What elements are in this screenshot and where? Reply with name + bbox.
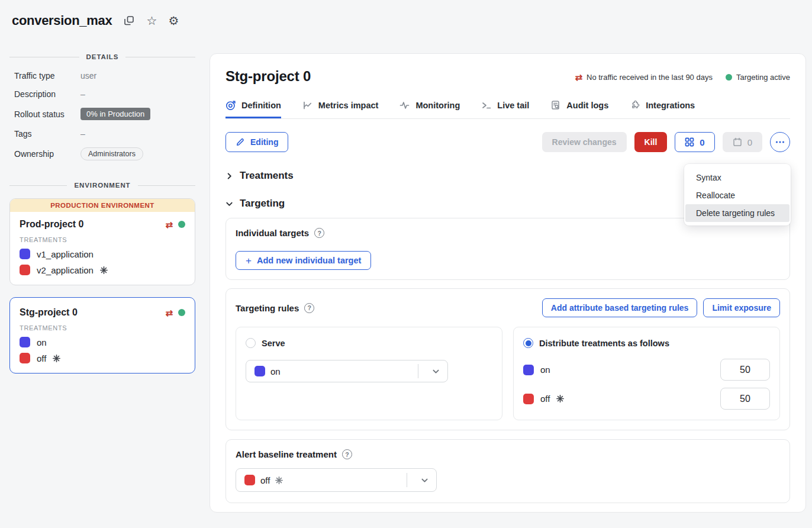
serve-treatment-select[interactable]: on — [246, 360, 448, 382]
baseline-asterisk-icon — [53, 355, 60, 362]
tab-live-tail[interactable]: Live tail — [481, 100, 529, 118]
rules-count-button[interactable]: 0 — [675, 132, 714, 152]
treatment-color-swatch — [523, 394, 534, 404]
treatment-row: v2_application — [20, 265, 185, 275]
treatment-color-swatch — [20, 249, 30, 259]
treatment-name: v2_application — [37, 265, 94, 275]
dropdown-divider — [407, 473, 407, 487]
chevron-down-icon[interactable] — [413, 476, 436, 485]
distribution-percent-input-on[interactable] — [720, 359, 770, 381]
distribute-radio[interactable] — [523, 338, 533, 348]
ownership-pill[interactable]: Administrators — [80, 147, 143, 160]
tab-label: Monitoring — [415, 101, 460, 110]
distribution-percent-input-off[interactable] — [720, 388, 770, 410]
treatment-color-swatch — [523, 365, 534, 375]
limit-exposure-button[interactable]: Limit exposure — [703, 298, 780, 317]
target-icon — [225, 100, 236, 111]
star-icon[interactable]: ☆ — [146, 15, 157, 27]
toolbar-right-group: Review changes Kill 0 — [542, 132, 790, 152]
panel-header: Stg-project 0 ⇄ No traffic received in t… — [225, 68, 790, 85]
help-icon[interactable]: ? — [304, 303, 314, 313]
tab-bar: Definition Metrics impact Monitoring — [225, 100, 790, 119]
schedule-count-button[interactable]: 0 — [723, 132, 762, 152]
help-icon[interactable]: ? — [314, 228, 324, 238]
env-card-title-row: Stg-project 0 ⇄ — [20, 307, 185, 318]
targeting-active-dot-icon — [178, 221, 185, 228]
editing-button[interactable]: Editing — [225, 132, 288, 152]
treatment-row: off — [20, 353, 185, 363]
env-card-icons: ⇄ — [165, 220, 185, 229]
review-changes-label: Review changes — [552, 137, 617, 147]
chevron-down-icon — [225, 200, 233, 208]
tab-monitoring[interactable]: Monitoring — [399, 100, 460, 118]
alert-baseline-card: Alert baseline treatment ? off — [225, 439, 790, 503]
tab-label: Definition — [241, 101, 281, 110]
baseline-asterisk-icon — [100, 266, 108, 274]
tab-label: Integrations — [646, 101, 695, 110]
tab-definition[interactable]: Definition — [225, 100, 281, 118]
toolbar: Editing Review changes Kill 0 — [225, 132, 790, 152]
line-chart-icon — [302, 100, 313, 111]
treatment-color-swatch — [20, 353, 30, 363]
menu-item-reallocate[interactable]: Reallocate — [685, 186, 790, 204]
add-individual-target-button[interactable]: + Add new individual target — [236, 251, 371, 270]
more-actions-button[interactable] — [770, 132, 790, 152]
distribute-option-card: Distribute treatments as follows on off — [513, 327, 780, 420]
gear-icon[interactable]: ⚙ — [168, 15, 179, 27]
help-icon[interactable]: ? — [342, 449, 352, 459]
grid-icon — [685, 137, 694, 147]
chevron-right-icon — [225, 172, 233, 180]
menu-item-syntax[interactable]: Syntax — [685, 169, 790, 186]
serve-radio-row[interactable]: Serve — [246, 338, 492, 348]
env-card-name: Stg-project 0 — [20, 307, 78, 318]
treatment-color-swatch — [254, 366, 265, 376]
treatment-color-swatch — [20, 337, 30, 347]
review-changes-button[interactable]: Review changes — [542, 132, 627, 152]
tab-label: Live tail — [497, 101, 529, 110]
serve-treatment-value: on — [270, 366, 281, 376]
tab-integrations[interactable]: Integrations — [630, 100, 695, 118]
baseline-asterisk-icon — [556, 395, 564, 403]
audit-log-icon — [550, 100, 561, 111]
targeting-active-dot-icon — [726, 74, 732, 81]
baseline-asterisk-icon — [275, 477, 283, 484]
environment-card-stg[interactable]: Stg-project 0 ⇄ TREATMENTS on off — [9, 297, 195, 374]
details-grid: Traffic type user Description – Rollout … — [14, 71, 195, 160]
menu-item-delete-targeting-rules[interactable]: Delete targeting rules — [685, 204, 790, 222]
targeting-rules-actions: Add attribute based targeting rules Limi… — [542, 298, 780, 317]
detail-label-ownership: Ownership — [14, 149, 80, 159]
alert-baseline-select[interactable]: off — [236, 468, 437, 492]
chevron-down-icon[interactable] — [424, 367, 447, 376]
distribute-radio-row[interactable]: Distribute treatments as follows — [523, 338, 770, 348]
tab-metrics-impact[interactable]: Metrics impact — [302, 100, 379, 118]
no-traffic-swap-icon: ⇄ — [165, 308, 173, 317]
add-attribute-rules-button[interactable]: Add attribute based targeting rules — [542, 298, 698, 317]
treatments-label: TREATMENTS — [20, 324, 185, 331]
plus-icon: + — [246, 256, 252, 266]
environment-card-prod[interactable]: PRODUCTION ENVIRONMENT Prod-project 0 ⇄ … — [9, 198, 195, 285]
serve-option-card: Serve on — [236, 327, 502, 420]
rollout-status-badge-wrap: 0% in Production — [80, 108, 195, 120]
serve-distribute-row: Serve on Distribute treatm — [236, 327, 780, 420]
pulse-icon — [399, 100, 410, 111]
kill-button[interactable]: Kill — [634, 132, 668, 152]
alert-baseline-value: off — [260, 475, 270, 485]
ownership-pill-wrap: Administrators — [80, 147, 195, 160]
details-header-label: DETAILS — [86, 53, 119, 60]
treatment-name: v1_application — [37, 249, 94, 259]
distribute-label: Distribute treatments as follows — [539, 339, 669, 348]
targeting-section-label: Targeting — [240, 198, 285, 210]
production-environment-banner: PRODUCTION ENVIRONMENT — [10, 199, 195, 212]
environment-detail-panel: Stg-project 0 ⇄ No traffic received in t… — [210, 53, 806, 513]
tab-audit-logs[interactable]: Audit logs — [550, 100, 608, 118]
distribution-row-on: on — [523, 359, 770, 381]
targeting-status-text: Targeting active — [736, 73, 790, 82]
rollout-status-badge: 0% in Production — [80, 108, 150, 120]
tab-label: Metrics impact — [318, 101, 379, 110]
copy-icon[interactable] — [123, 15, 135, 27]
detail-label-description: Description — [14, 89, 80, 99]
distribution-treatment-name: on — [540, 365, 550, 375]
rules-count: 0 — [700, 137, 704, 147]
add-individual-target-label: Add new individual target — [257, 256, 361, 265]
serve-radio[interactable] — [246, 338, 256, 348]
